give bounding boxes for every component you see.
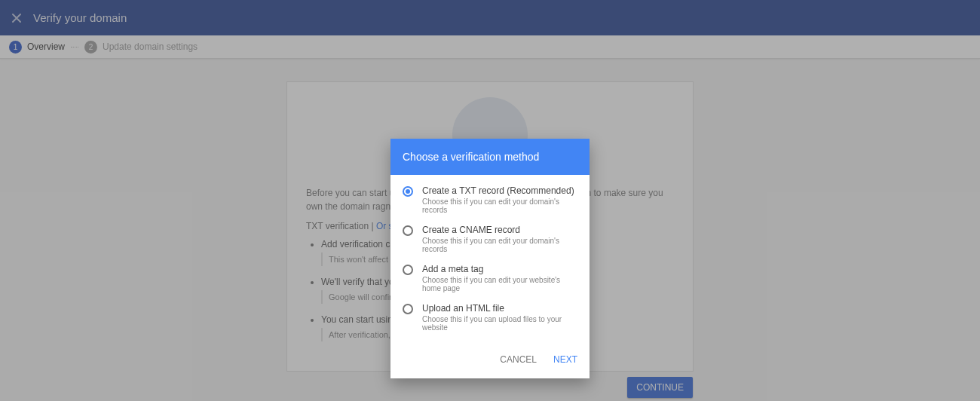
verification-method-modal: Choose a verification method Create a TX… xyxy=(390,139,590,378)
option-title: Create a TXT record (Recommended) xyxy=(422,185,577,196)
modal-body: Create a TXT record (Recommended) Choose… xyxy=(390,175,590,347)
option-sub: Choose this if you can edit your domain'… xyxy=(422,197,577,214)
option-sub: Choose this if you can edit your domain'… xyxy=(422,237,577,253)
option-meta-tag[interactable]: Add a meta tag Choose this if you can ed… xyxy=(403,264,577,292)
option-html-file[interactable]: Upload an HTML file Choose this if you c… xyxy=(403,303,577,332)
next-button[interactable]: NEXT xyxy=(552,351,579,368)
radio-icon xyxy=(403,186,413,197)
radio-icon xyxy=(403,265,413,275)
option-title: Upload an HTML file xyxy=(422,303,577,314)
cancel-button[interactable]: CANCEL xyxy=(498,351,538,368)
radio-icon xyxy=(403,225,413,236)
option-sub: Choose this if you can edit your website… xyxy=(422,276,577,292)
option-title: Add a meta tag xyxy=(422,264,577,274)
option-txt-record[interactable]: Create a TXT record (Recommended) Choose… xyxy=(403,185,577,214)
option-title: Create a CNAME record xyxy=(422,225,577,235)
option-cname-record[interactable]: Create a CNAME record Choose this if you… xyxy=(403,225,577,253)
radio-icon xyxy=(403,304,413,314)
modal-title: Choose a verification method xyxy=(390,139,590,175)
modal-footer: CANCEL NEXT xyxy=(390,347,590,378)
option-sub: Choose this if you can upload files to y… xyxy=(422,315,577,332)
